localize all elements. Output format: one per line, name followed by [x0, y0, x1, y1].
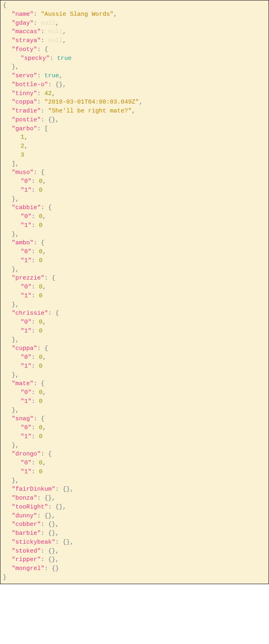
json-key: "muso": [12, 169, 34, 176]
json-key: "postie": [12, 117, 41, 123]
json-string: "2018-03-01T04:08:03.049Z": [44, 99, 139, 106]
json-key: "0": [21, 178, 32, 185]
json-key: "servo": [12, 72, 37, 79]
json-key: "1": [21, 468, 32, 475]
json-string: "She'll be right mate?": [48, 108, 132, 114]
json-key: "0": [21, 424, 32, 431]
json-key: "tradie": [12, 108, 41, 114]
json-key: "mate": [12, 380, 34, 387]
json-number: 0: [39, 222, 42, 229]
json-string: "Aussie Slang Words": [41, 11, 113, 18]
json-key: "gday": [12, 20, 34, 27]
json-key: "bottle-o": [12, 81, 48, 88]
json-key: "coppa": [12, 99, 37, 106]
json-null: null: [41, 20, 55, 27]
json-key: "1": [21, 398, 32, 405]
json-key: "ambo": [12, 239, 34, 246]
json-number: 0: [39, 460, 42, 466]
json-key: "1": [21, 257, 32, 264]
json-number: 0: [39, 354, 42, 361]
json-number: 2: [21, 143, 24, 150]
json-number: 0: [39, 178, 42, 185]
json-number: 0: [39, 213, 42, 220]
json-key: "0": [21, 460, 32, 466]
json-key: "prezzie": [12, 275, 44, 282]
json-key: "drongo": [12, 451, 41, 458]
json-key: "chrissie": [12, 310, 48, 317]
json-key: "name": [12, 11, 34, 18]
json-number: 3: [21, 152, 24, 159]
json-key: "stoked": [12, 548, 41, 555]
json-key: "1": [21, 187, 32, 194]
json-key: "0": [21, 389, 32, 396]
json-number: 0: [39, 398, 42, 405]
json-key: "dunny": [12, 513, 37, 519]
json-number: 0: [39, 363, 42, 370]
json-key: "1": [21, 222, 32, 229]
json-number: 42: [44, 90, 52, 97]
json-key: "cobber": [12, 521, 41, 528]
json-key: "maccas": [12, 28, 41, 35]
json-key: "garbo": [12, 125, 37, 132]
json-number: 0: [39, 292, 42, 299]
json-number: 0: [39, 433, 42, 440]
json-key: "1": [21, 363, 32, 370]
json-key: "tinny": [12, 90, 37, 97]
json-key: "0": [21, 213, 32, 220]
json-key: "cuppa": [12, 345, 37, 352]
json-key: "ripper": [12, 556, 41, 563]
json-number: 0: [39, 248, 42, 255]
json-key: "1": [21, 328, 32, 335]
json-number: 1: [21, 134, 24, 141]
json-key: "fairDinkum": [12, 486, 55, 493]
json-number: 0: [39, 328, 42, 335]
json-key: "snag": [12, 415, 34, 422]
json-null: null: [48, 28, 63, 35]
json-key: "0": [21, 248, 32, 255]
json-key: "cabbie": [12, 204, 41, 211]
json-key: "1": [21, 433, 32, 440]
json-key: "0": [21, 354, 32, 361]
json-code-block: { "name": "Aussie Slang Words", "gday": …: [0, 0, 269, 584]
json-number: 0: [39, 389, 42, 396]
json-key: "mongrel": [12, 565, 44, 572]
json-bool: true: [44, 72, 59, 79]
json-bool: true: [57, 55, 71, 62]
json-number: 0: [39, 424, 42, 431]
json-key: "stickybeak": [12, 539, 55, 546]
json-null: null: [48, 37, 63, 44]
json-key: "tooRight": [12, 504, 48, 511]
json-number: 0: [39, 284, 42, 290]
json-key: "0": [21, 319, 32, 326]
json-key: "0": [21, 284, 32, 290]
json-key: "specky": [21, 55, 50, 62]
json-number: 0: [39, 187, 42, 194]
json-number: 0: [39, 319, 42, 326]
json-key: "1": [21, 292, 32, 299]
json-number: 0: [39, 257, 42, 264]
json-key: "barbie": [12, 530, 41, 537]
json-key: "bonza": [12, 495, 37, 502]
json-key: "straya": [12, 37, 41, 44]
json-key: "footy": [12, 46, 37, 53]
json-number: 0: [39, 468, 42, 475]
